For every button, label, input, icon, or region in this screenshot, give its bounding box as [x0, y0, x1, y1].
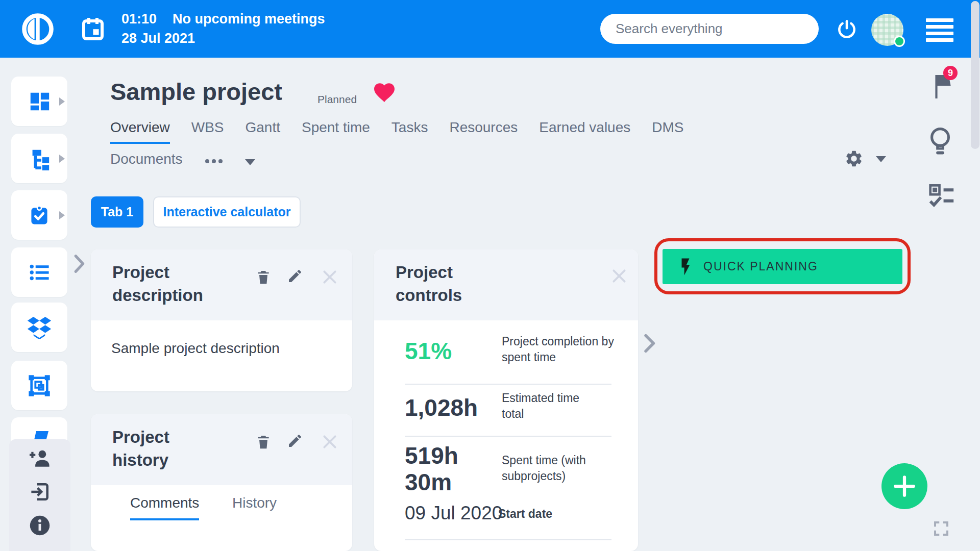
edit-pencil-icon[interactable] — [287, 268, 303, 284]
partial-icon — [34, 431, 48, 440]
stat-startdate-label: Start date — [498, 506, 552, 522]
user-avatar[interactable] — [871, 14, 903, 46]
info-icon[interactable] — [29, 515, 51, 536]
add-fab-button[interactable] — [881, 463, 927, 509]
lightbulb-icon[interactable] — [928, 127, 952, 157]
chevron-right-icon — [59, 211, 65, 219]
trash-icon[interactable] — [255, 434, 272, 450]
tab-resources[interactable]: Resources — [449, 119, 518, 144]
sidebar-expand-chevron-icon[interactable] — [73, 254, 86, 274]
calendar-icon[interactable] — [81, 16, 105, 42]
project-tabs: Overview WBS Gantt Spent time Tasks Reso… — [110, 119, 684, 144]
dropbox-icon — [27, 316, 52, 339]
quick-planning-button[interactable]: QUICK PLANNING — [663, 249, 902, 284]
project-history-card: Project history Comments History — [91, 414, 352, 551]
sidebar-item-tasks[interactable] — [11, 190, 67, 240]
top-bar: 01:10 No upcoming meetings 28 Jul 2021 — [0, 0, 980, 58]
history-tab[interactable]: History — [232, 495, 277, 518]
page-title: Sample project — [110, 78, 282, 106]
sidebar-item-project-tree[interactable] — [11, 134, 67, 183]
divider — [405, 436, 611, 437]
object-frame-icon — [28, 374, 51, 397]
card-title: Project description — [112, 261, 230, 307]
power-icon[interactable] — [836, 18, 857, 40]
clipboard-check-icon — [28, 204, 51, 227]
hamburger-menu-icon[interactable] — [926, 18, 953, 42]
stat-startdate-value: 09 Jul 2020 — [405, 503, 502, 524]
column-expand-chevron-icon[interactable] — [642, 334, 658, 353]
close-icon[interactable] — [611, 268, 627, 284]
quick-planning-label: QUICK PLANNING — [703, 260, 818, 273]
close-icon[interactable] — [322, 269, 338, 285]
project-description-card: Project description Sample project descr… — [91, 249, 352, 391]
favorite-heart-icon[interactable] — [372, 81, 397, 103]
tab-dms[interactable]: DMS — [652, 119, 683, 144]
stat-estimated-label: Estimated time total — [502, 390, 604, 422]
close-icon[interactable] — [322, 434, 338, 450]
tab-wbs[interactable]: WBS — [191, 119, 224, 144]
divider — [405, 384, 611, 385]
sidebar-bottom-panel — [9, 439, 70, 551]
stat-spent-label: Spent time (with subprojects) — [502, 453, 622, 484]
card-title: Project controls — [396, 261, 513, 307]
subtab-tab1-button[interactable]: Tab 1 — [91, 196, 143, 228]
more-tabs-icon[interactable] — [205, 159, 223, 163]
card-title: Project history — [112, 425, 230, 471]
stat-completion-label: Project completion by spent time — [502, 334, 622, 365]
tab-earned-values[interactable]: Earned values — [539, 119, 630, 144]
add-user-icon[interactable] — [29, 447, 51, 469]
divider — [405, 539, 611, 540]
status-badge: Planned — [317, 93, 357, 106]
sidebar-item-dropbox[interactable] — [11, 303, 67, 352]
app-logo-icon[interactable] — [20, 12, 55, 46]
log-in-icon[interactable] — [29, 481, 51, 503]
bulleted-list-icon — [28, 261, 51, 284]
plus-icon — [892, 473, 917, 499]
chevron-down-icon[interactable] — [245, 159, 255, 165]
sidebar-item-dashboard[interactable] — [11, 77, 67, 126]
sidebar-item-artboard[interactable] — [11, 361, 67, 410]
description-text: Sample project description — [111, 340, 280, 357]
fullscreen-icon[interactable] — [932, 519, 950, 538]
header-time: 01:10 — [121, 11, 157, 27]
stat-completion-value: 51% — [405, 337, 452, 365]
comments-tab[interactable]: Comments — [130, 495, 199, 520]
sidebar-item-list[interactable] — [11, 247, 67, 297]
trash-icon[interactable] — [255, 269, 272, 285]
gear-icon[interactable] — [844, 149, 864, 168]
interactive-calculator-button[interactable]: Interactive calculator — [153, 196, 301, 228]
chevron-right-icon — [59, 155, 65, 163]
stat-estimated-value: 1,028h — [405, 394, 478, 421]
stat-spent-value: 519h 30m — [405, 442, 481, 495]
tab-documents[interactable]: Documents — [110, 151, 183, 173]
search-input[interactable] — [600, 14, 819, 44]
flag-badge-count[interactable]: 9 — [943, 66, 958, 80]
tab-gantt[interactable]: Gantt — [245, 119, 280, 144]
project-controls-card: Project controls 51% Project completion … — [374, 249, 638, 551]
tab-spent-time[interactable]: Spent time — [302, 119, 370, 144]
edit-pencil-icon[interactable] — [287, 433, 303, 449]
online-status-dot — [894, 36, 905, 47]
dashboard-grid-icon — [28, 90, 51, 113]
header-date: 28 Jul 2021 — [121, 31, 195, 46]
chevron-right-icon — [59, 97, 65, 106]
approval-checklist-icon[interactable] — [928, 183, 955, 208]
header-meetings-text: No upcoming meetings — [173, 11, 325, 27]
app-screen: 01:10 No upcoming meetings 28 Jul 2021 — [0, 0, 980, 551]
tab-tasks[interactable]: Tasks — [391, 119, 428, 144]
lightning-bolt-icon — [679, 258, 692, 276]
gear-dropdown-caret-icon[interactable] — [876, 156, 886, 162]
project-tabs-row2: Documents — [110, 151, 255, 173]
tree-icon — [28, 147, 51, 170]
tab-overview[interactable]: Overview — [110, 119, 170, 144]
scrollbar-thumb[interactable] — [971, 1, 979, 149]
